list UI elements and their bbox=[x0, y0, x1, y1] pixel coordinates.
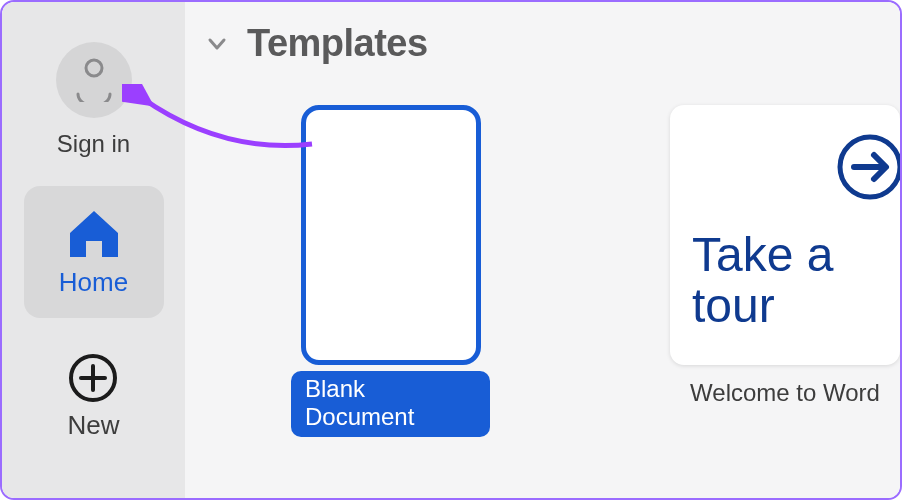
template-thumbnail: Take a tour bbox=[670, 105, 900, 365]
chevron-down-icon bbox=[205, 32, 229, 56]
nav-new-label: New bbox=[67, 410, 119, 441]
template-welcome-to-word[interactable]: Take a tour Welcome to Word bbox=[670, 105, 900, 407]
sign-in-label: Sign in bbox=[57, 130, 130, 158]
arrow-right-circle-icon bbox=[834, 131, 900, 203]
template-caption: Welcome to Word bbox=[690, 371, 880, 407]
template-caption: Blank Document bbox=[291, 371, 490, 437]
section-title: Templates bbox=[247, 22, 428, 65]
person-icon bbox=[74, 58, 114, 102]
account-avatar-button[interactable] bbox=[56, 42, 132, 118]
svg-point-0 bbox=[86, 60, 102, 76]
template-blank-document[interactable]: Blank Document bbox=[291, 105, 490, 437]
tour-text: Take a tour bbox=[692, 230, 878, 331]
templates-row: Blank Document Take a tour Welcome to Wo… bbox=[205, 105, 900, 437]
templates-section-header[interactable]: Templates bbox=[205, 22, 900, 65]
main-panel: Templates Blank Document bbox=[185, 2, 900, 498]
plus-circle-icon bbox=[67, 352, 119, 404]
nav-home[interactable]: Home bbox=[24, 186, 164, 318]
sidebar: Sign in Home New bbox=[2, 2, 185, 498]
sign-in-group[interactable]: Sign in bbox=[56, 42, 132, 158]
nav-home-label: Home bbox=[59, 267, 128, 298]
home-icon bbox=[66, 207, 122, 259]
template-thumbnail bbox=[301, 105, 481, 365]
nav-new[interactable]: New bbox=[67, 352, 119, 441]
